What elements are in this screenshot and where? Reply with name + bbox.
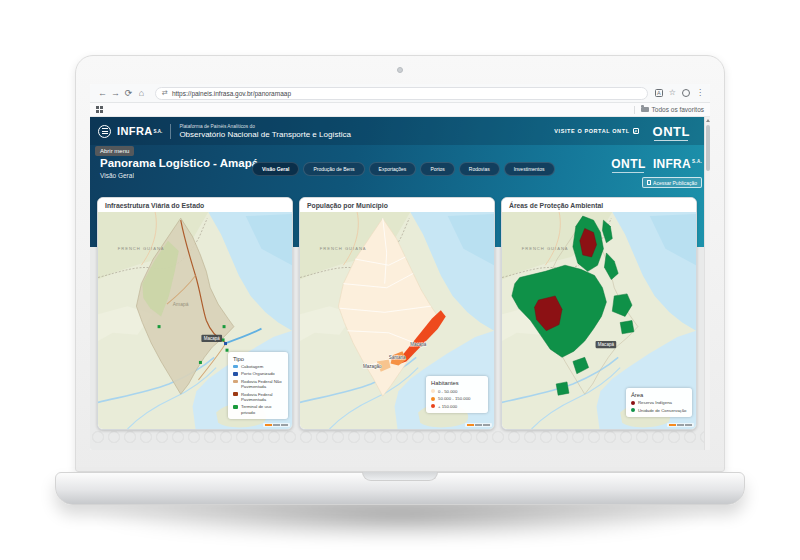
legend-tipo: Tipo Cabotagem Porto Organizado Rodovia … xyxy=(228,352,288,419)
address-bar[interactable]: ⇄ https://paineis.infrasa.gov.br/panoram… xyxy=(155,87,648,100)
map-attribution xyxy=(465,423,492,427)
folder-icon xyxy=(641,107,649,112)
back-icon[interactable]: ← xyxy=(96,89,109,98)
tab-rodovias[interactable]: Rodovias xyxy=(459,162,500,176)
visit-portal-label: VISITE O PORTAL ONTL xyxy=(554,128,629,134)
map-canvas-populacao[interactable]: Macapá Santana Mazagão FRENCH GUIANA Hab… xyxy=(300,212,494,429)
scrollbar-thumb[interactable] xyxy=(706,125,710,171)
page-viewport: INFRAS.A. Plataforma de Painéis Analític… xyxy=(90,117,710,450)
legend-title: Área xyxy=(631,392,687,398)
swatch-porto-organizado xyxy=(233,372,238,376)
tab-investimentos[interactable]: Investimentos xyxy=(504,162,555,176)
forward-icon[interactable]: → xyxy=(109,89,122,98)
abrir-menu-tooltip: Abrir menu xyxy=(95,146,134,156)
legend-area: Área Reserva Indígena Unidade de Conserv… xyxy=(626,388,692,417)
map-label-french-guiana: FRENCH GUIANA xyxy=(118,246,165,251)
page-scrollbar[interactable] xyxy=(704,117,710,450)
tab-visao-geral[interactable]: Visão Geral xyxy=(252,162,299,176)
header-divider xyxy=(170,124,171,139)
panel-infraestrutura-viaria: Infraestrutura Viária do Estado xyxy=(97,197,293,430)
panel-title: Áreas de Proteção Ambiental xyxy=(502,198,696,212)
panel-title: População por Município xyxy=(300,198,494,212)
home-icon[interactable]: ⌂ xyxy=(135,89,148,98)
menu-burger-icon[interactable] xyxy=(98,125,111,138)
dot-0-50000 xyxy=(431,389,435,393)
map-label-french-guiana: FRENCH GUIANA xyxy=(522,246,569,251)
dot-150000-plus xyxy=(431,404,435,408)
legend-title: Tipo xyxy=(233,356,283,362)
map-attribution xyxy=(263,423,290,427)
apps-grid-icon[interactable] xyxy=(96,106,103,113)
dashboard-title-band: Panorama Logístico - Amapá Visão Geral V… xyxy=(100,157,702,195)
map-label-mazagao: Mazagão xyxy=(363,364,382,369)
scroll-up-arrow-icon[interactable] xyxy=(706,119,710,122)
map-label-macapa: Macapá xyxy=(410,342,427,347)
site-info-icon[interactable]: ⇄ xyxy=(162,89,168,97)
tab-portos[interactable]: Portos xyxy=(420,162,454,176)
laptop-notch xyxy=(362,472,438,481)
laptop-mockup: ← → ⟳ ⌂ ⇄ https://paineis.infrasa.gov.br… xyxy=(0,0,800,560)
dot-unidade-conservacao xyxy=(631,408,635,412)
url-text: https://paineis.infrasa.gov.br/panoramaa… xyxy=(172,90,291,97)
bookmarks-bar: Todos os favoritos xyxy=(90,103,710,117)
map-canvas-infraestrutura[interactable]: Macapá Amapá FRENCH GUIANA Tipo Cabotage… xyxy=(98,212,292,429)
app-header: INFRAS.A. Plataforma de Painéis Analític… xyxy=(90,117,704,145)
infra-logo-small: INFRAS.A. xyxy=(653,157,702,171)
ontl-logo: ONTL xyxy=(653,124,690,139)
browser-window: ← → ⟳ ⌂ ⇄ https://paineis.infrasa.gov.br… xyxy=(90,84,710,450)
bookmark-star-icon[interactable]: ☆ xyxy=(669,89,676,97)
dot-reserva-indigena xyxy=(631,401,635,405)
panel-populacao-municipio: População por Município xyxy=(299,197,495,430)
document-icon xyxy=(647,180,651,185)
tab-producao-de-bens[interactable]: Produção de Bens xyxy=(303,162,364,176)
dashboard-tabs: Visão Geral Produção de Bens Exportações… xyxy=(252,162,555,176)
webcam-icon xyxy=(397,67,403,73)
legend-habitantes: Habitantes 0 - 50.000 50.000 - 150.000 +… xyxy=(426,376,488,413)
visit-portal-link[interactable]: VISITE O PORTAL ONTL ↗ xyxy=(554,128,638,134)
map-canvas-protecao-ambiental[interactable]: Macapá FRENCH GUIANA Área Reserva Indíge… xyxy=(502,212,696,429)
band-logos: ONTL INFRAS.A. Acessar Publicação xyxy=(611,157,702,189)
reload-icon[interactable]: ⟳ xyxy=(122,89,135,98)
ontl-logo-small: ONTL xyxy=(611,157,646,171)
panel-areas-protecao-ambiental: Áreas de Proteção Ambiental xyxy=(501,197,697,430)
translate-icon[interactable]: A xyxy=(655,89,663,97)
external-link-icon: ↗ xyxy=(633,128,639,134)
panel-title: Infraestrutura Viária do Estado xyxy=(98,198,292,212)
swatch-terminal-uso-privado xyxy=(233,405,238,409)
infra-logo-suffix: S.A. xyxy=(154,129,163,134)
acessar-publicacao-button[interactable]: Acessar Publicação xyxy=(642,177,702,188)
infra-logo: INFRA xyxy=(117,125,153,137)
bookmarks-divider xyxy=(634,106,635,114)
map-label-santana: Santana xyxy=(389,355,406,360)
all-bookmarks-button[interactable]: Todos os favoritos xyxy=(652,106,704,113)
map-label-macapa: Macapá xyxy=(598,342,615,347)
platform-kicker: Plataforma de Painéis Analíticos do xyxy=(179,124,351,129)
dot-50000-150000 xyxy=(431,397,435,401)
profile-icon[interactable] xyxy=(682,89,690,97)
map-label-amapa: Amapá xyxy=(173,301,189,307)
map-attribution xyxy=(667,423,694,427)
swatch-rodovia-nao-pavimentada xyxy=(233,380,238,384)
swatch-cabotagem xyxy=(233,365,238,369)
map-label-french-guiana: FRENCH GUIANA xyxy=(320,246,367,251)
browser-toolbar: ← → ⟳ ⌂ ⇄ https://paineis.infrasa.gov.br… xyxy=(90,84,710,103)
panels-row: Infraestrutura Viária do Estado xyxy=(97,197,697,430)
tab-exportacoes[interactable]: Exportações xyxy=(369,162,417,176)
map-label-macapa: Macapá xyxy=(204,336,221,341)
swatch-rodovia-pavimentada xyxy=(233,392,238,396)
platform-title: Observatório Nacional de Transporte e Lo… xyxy=(179,130,351,139)
legend-title: Habitantes xyxy=(431,380,483,386)
browser-menu-icon[interactable]: ⋮ xyxy=(696,89,704,97)
